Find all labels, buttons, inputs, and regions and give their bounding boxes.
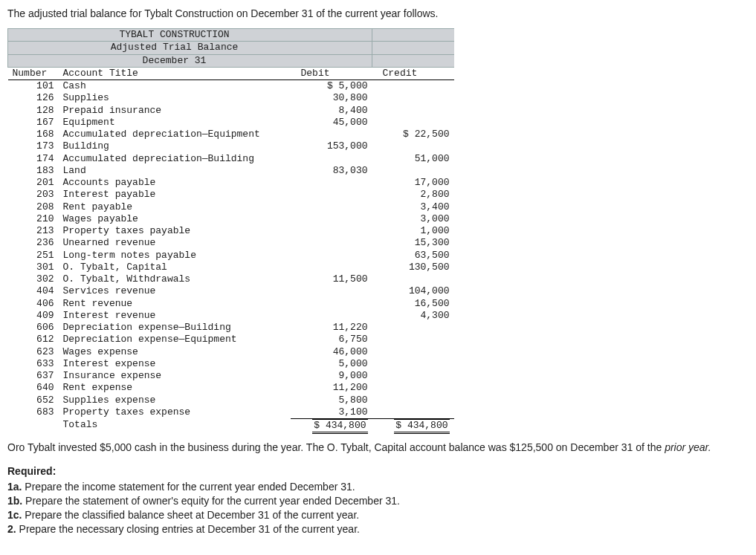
- col-number: Number: [8, 67, 59, 79]
- tb-date: December 31: [59, 54, 291, 67]
- table-row: 683Property taxes expense3,100: [8, 406, 454, 419]
- table-row: 236Unearned revenue15,300: [8, 237, 454, 249]
- required-heading: Required:: [7, 465, 749, 477]
- col-credit: Credit: [372, 67, 454, 79]
- table-row: 406Rent revenue16,500: [8, 298, 454, 310]
- investment-note: Oro Tybalt invested $5,000 cash in the b…: [7, 441, 749, 453]
- required-list: 1a. Prepare the income statement for the…: [7, 480, 749, 536]
- table-row: 210Wages payable3,000: [8, 213, 454, 225]
- table-row: 101Cash$ 5,000: [8, 80, 454, 93]
- table-row: 213Property taxes payable1,000: [8, 225, 454, 237]
- table-row: 167Equipment45,000: [8, 117, 454, 129]
- table-row: 126Supplies30,800: [8, 92, 454, 104]
- intro-text: The adjusted trial balance for Tybalt Co…: [7, 7, 749, 19]
- table-row: 251Long-term notes payable63,500: [8, 250, 454, 262]
- table-row: 174Accumulated depreciation—Building51,0…: [8, 153, 454, 165]
- table-row: 203Interest payable2,800: [8, 189, 454, 201]
- col-debit: Debit: [291, 67, 372, 79]
- table-row: 640Rent expense11,200: [8, 382, 454, 394]
- table-row: 302O. Tybalt, Withdrawals11,500: [8, 273, 454, 285]
- table-row: 404Services revenue104,000: [8, 285, 454, 297]
- tb-title: Adjusted Trial Balance: [59, 42, 291, 54]
- table-row: 208Rent payable3,400: [8, 201, 454, 213]
- totals-label: Totals: [59, 419, 291, 435]
- table-row: 637Insurance expense9,000: [8, 370, 454, 382]
- table-row: 409Interest revenue4,300: [8, 310, 454, 322]
- table-row: 612Depreciation expense—Equipment6,750: [8, 334, 454, 345]
- table-row: 606Depreciation expense—Building11,220: [8, 322, 454, 334]
- table-row: 201Accounts payable17,000: [8, 177, 454, 189]
- table-row: 301O. Tybalt, Capital130,500: [8, 262, 454, 273]
- table-row: 168Accumulated depreciation—Equipment$ 2…: [8, 129, 454, 140]
- table-row: 652Supplies expense5,800: [8, 395, 454, 406]
- table-row: 128Prepaid insurance8,400: [8, 105, 454, 117]
- tb-company: TYBALT CONSTRUCTION: [59, 29, 291, 42]
- table-row: 183Land83,030: [8, 165, 454, 177]
- table-row: 633Interest expense5,000: [8, 358, 454, 370]
- col-account: Account Title: [59, 67, 291, 79]
- trial-balance-table: TYBALT CONSTRUCTION Adjusted Trial Balan…: [7, 28, 749, 434]
- totals-debit: $ 434,800: [312, 419, 367, 434]
- table-row: 623Wages expense46,000: [8, 346, 454, 358]
- table-row: 173Building153,000: [8, 140, 454, 152]
- totals-credit: $ 434,800: [394, 419, 449, 434]
